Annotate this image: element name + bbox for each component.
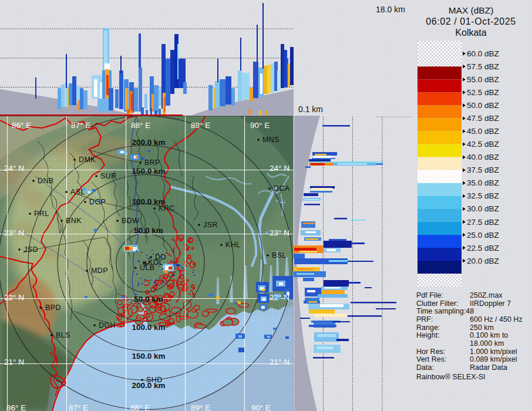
svg-text:25.0 dBZ: 25.0 dBZ: [467, 231, 499, 240]
svg-text:100.0 km: 100.0 km: [132, 323, 165, 332]
svg-text:Data:: Data:: [416, 363, 434, 372]
svg-text:50.0 km: 50.0 km: [134, 226, 163, 235]
svg-text:DNB: DNB: [38, 177, 54, 185]
svg-text:24° N: 24° N: [270, 164, 289, 173]
svg-text:Radar Data: Radar Data: [470, 363, 507, 372]
svg-text:60.0 dBZ: 60.0 dBZ: [467, 49, 499, 58]
svg-text:35.0 dBZ: 35.0 dBZ: [467, 178, 499, 187]
svg-text:40.0 dBZ: 40.0 dBZ: [467, 153, 499, 161]
svg-text:BPD: BPD: [45, 304, 61, 312]
svg-text:21° N: 21° N: [270, 358, 289, 366]
svg-text:250Z.max: 250Z.max: [470, 291, 503, 299]
svg-text:MNS: MNS: [262, 136, 280, 144]
svg-text:89° E: 89° E: [191, 121, 210, 130]
svg-text:ULB: ULB: [140, 264, 155, 272]
svg-text:90° E: 90° E: [251, 403, 271, 411]
svg-text:0.089 km/pixel: 0.089 km/pixel: [470, 355, 517, 363]
svg-text:Clutter Filter:: Clutter Filter:: [416, 299, 459, 308]
svg-text:IIRDoppler 7: IIRDoppler 7: [470, 299, 511, 308]
svg-text:22.5 dBZ: 22.5 dBZ: [467, 244, 499, 252]
svg-text:1.000 km/pixel: 1.000 km/pixel: [470, 348, 517, 356]
svg-text:0.100 km to: 0.100 km to: [470, 331, 508, 339]
svg-text:JSD: JSD: [23, 245, 38, 254]
svg-text:90° E: 90° E: [250, 121, 270, 130]
svg-text:150.0 km: 150.0 km: [132, 167, 165, 176]
svg-text:DMK: DMK: [79, 156, 96, 164]
svg-text:52.5 dBZ: 52.5 dBZ: [467, 88, 499, 97]
svg-text:MAX (dBZ): MAX (dBZ): [449, 5, 494, 15]
svg-text:87° E: 87° E: [69, 403, 88, 411]
svg-text:86° E: 86° E: [12, 121, 31, 130]
svg-text:20.0 dBZ: 20.0 dBZ: [467, 257, 499, 265]
svg-text:37.5 dBZ: 37.5 dBZ: [467, 166, 499, 174]
svg-text:JSR: JSR: [203, 221, 218, 229]
svg-text:BRP: BRP: [144, 159, 160, 167]
svg-text:KHL: KHL: [225, 241, 241, 249]
svg-text:06:02 / 01-Oct-2025: 06:02 / 01-Oct-2025: [426, 16, 516, 26]
svg-text:MDP: MDP: [91, 267, 108, 275]
svg-text:BDW: BDW: [122, 217, 139, 225]
svg-text:DGH: DGH: [99, 321, 116, 329]
svg-text:Time sampling:48: Time sampling:48: [416, 307, 474, 315]
svg-text:DCA: DCA: [274, 184, 290, 193]
svg-text:DGP: DGP: [89, 198, 106, 206]
svg-text:88° E: 88° E: [130, 403, 150, 411]
svg-text:50.0 dBZ: 50.0 dBZ: [467, 101, 499, 110]
svg-text:SHD: SHD: [146, 376, 163, 384]
svg-text:57.5 dBZ: 57.5 dBZ: [467, 62, 499, 71]
svg-text:250 km: 250 km: [470, 324, 494, 332]
svg-text:200.0 km: 200.0 km: [132, 138, 165, 147]
svg-text:23° N: 23° N: [270, 228, 289, 237]
svg-text:87° E: 87° E: [71, 121, 90, 130]
svg-text:23° N: 23° N: [4, 228, 24, 237]
svg-text:55.0 dBZ: 55.0 dBZ: [467, 75, 499, 84]
svg-text:47.5 dBZ: 47.5 dBZ: [467, 114, 499, 123]
svg-text:88° E: 88° E: [131, 121, 150, 130]
svg-text:BNK: BNK: [66, 217, 82, 225]
svg-text:42.5 dBZ: 42.5 dBZ: [467, 140, 499, 149]
svg-text:150.0 km: 150.0 km: [132, 352, 165, 361]
svg-text:30.0 dBZ: 30.0 dBZ: [467, 204, 499, 213]
svg-text:PRL: PRL: [34, 210, 49, 218]
svg-text:22° N: 22° N: [270, 293, 289, 302]
svg-text:45.0 dBZ: 45.0 dBZ: [467, 127, 499, 136]
svg-text:BSL: BSL: [272, 251, 287, 260]
svg-text:86° E: 86° E: [6, 403, 26, 411]
svg-text:24° N: 24° N: [4, 164, 24, 173]
svg-text:18.0 km: 18.0 km: [376, 5, 405, 14]
svg-text:50.0 km: 50.0 km: [134, 295, 163, 304]
svg-text:Rainbow® SELEX-SI: Rainbow® SELEX-SI: [416, 373, 486, 381]
svg-text:27.5 dBZ: 27.5 dBZ: [467, 218, 499, 227]
svg-text:Range:: Range:: [416, 324, 440, 332]
svg-text:21° N: 21° N: [4, 358, 24, 366]
svg-text:PRF:: PRF:: [416, 315, 433, 324]
svg-text:ASL: ASL: [70, 188, 85, 196]
svg-text:600 Hz / 450 Hz: 600 Hz / 450 Hz: [470, 315, 523, 324]
svg-text:32.5 dBZ: 32.5 dBZ: [467, 191, 499, 200]
svg-text:22° N: 22° N: [4, 293, 24, 302]
svg-text:Vert Res:: Vert Res:: [416, 355, 446, 363]
svg-text:89° E: 89° E: [191, 403, 210, 411]
svg-text:SUR: SUR: [100, 172, 117, 180]
svg-text:Hor Res:: Hor Res:: [416, 348, 445, 356]
svg-text:Height:: Height:: [416, 331, 440, 339]
svg-text:18.000 km: 18.000 km: [470, 339, 504, 348]
svg-text:KRC: KRC: [159, 204, 175, 213]
svg-text:Kolkata: Kolkata: [455, 28, 486, 38]
svg-text:BLS: BLS: [56, 331, 70, 339]
svg-text:Pdf File:: Pdf File:: [416, 291, 443, 299]
svg-text:0.1 km: 0.1 km: [298, 105, 323, 114]
